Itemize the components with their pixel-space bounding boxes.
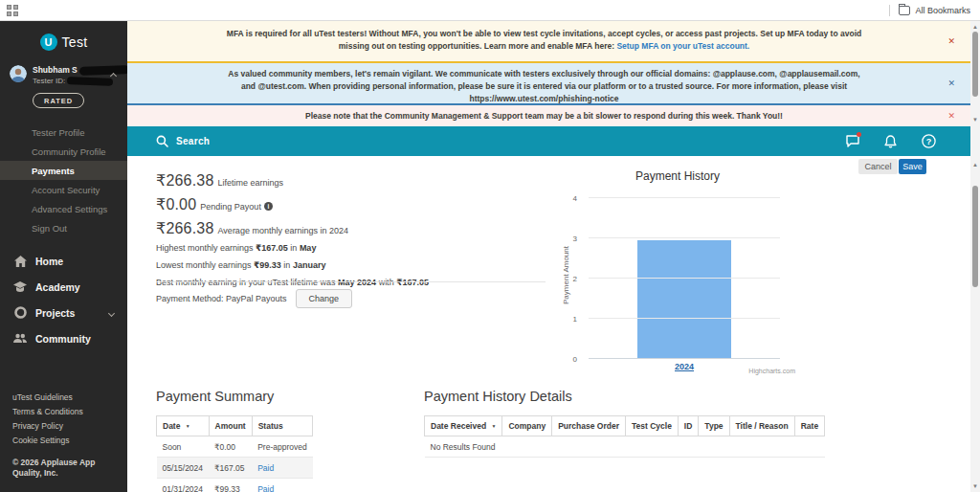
best-earnings-line: Best monthly earning in your uTest lifet… xyxy=(156,278,429,287)
chart-plot-area xyxy=(589,198,780,359)
highcharts-credit-link[interactable]: Highcharts.com xyxy=(748,368,795,374)
highest-earnings-line: Highest monthly earnings ₹167.05 in May xyxy=(156,243,429,253)
details-header-company[interactable]: Company xyxy=(502,416,552,436)
scroll-up-icon[interactable]: ▲ xyxy=(970,161,980,168)
apps-grid-icon[interactable] xyxy=(7,5,19,17)
cancel-button[interactable]: Cancel xyxy=(858,159,898,174)
summary-status: Pre-approved xyxy=(252,436,313,458)
topbar: Search ? xyxy=(127,126,970,156)
copyright-text: © 2026 Applause App Quality, Inc. xyxy=(12,458,118,479)
support-notice-banner: Please note that the Community Managemen… xyxy=(127,105,970,126)
sidebar-item-projects[interactable]: Projects xyxy=(0,300,127,325)
sidebar-item-account-security[interactable]: Account Security xyxy=(0,180,127,199)
summary-date: 05/15/2024 xyxy=(157,458,210,479)
sidebar-item-community-profile[interactable]: Community Profile xyxy=(0,142,127,161)
lifetime-earnings-amount: ₹266.38 xyxy=(156,172,214,189)
search-input[interactable]: Search xyxy=(156,135,210,147)
close-icon[interactable]: ✕ xyxy=(947,37,955,46)
details-header-purchase-order[interactable]: Purchase Order xyxy=(552,416,626,436)
sidebar-item-academy[interactable]: Academy xyxy=(0,274,127,300)
info-icon[interactable]: i xyxy=(264,202,273,211)
sidebar-item-payments[interactable]: Payments xyxy=(0,161,127,180)
details-header-id[interactable]: ID xyxy=(678,416,699,436)
utest-logo-text: Test xyxy=(62,34,88,50)
bell-icon[interactable] xyxy=(883,134,898,148)
close-icon[interactable]: ✕ xyxy=(947,79,955,88)
scroll-down-icon[interactable]: ▼ xyxy=(970,482,980,490)
pending-payout-amount: ₹0.00 xyxy=(156,196,196,212)
scrollbar-thumb[interactable] xyxy=(972,32,978,97)
chart-y-tick-label: 3 xyxy=(573,235,577,243)
payment-history-details-title: Payment History Details xyxy=(424,389,825,404)
summary-header-amount[interactable]: Amount xyxy=(209,416,252,436)
save-button[interactable]: Save xyxy=(899,159,926,174)
scroll-up-icon[interactable]: ▲ xyxy=(970,23,980,31)
all-bookmarks-button[interactable]: All Bookmarks xyxy=(915,6,970,15)
summary-status-paid-link[interactable]: Paid xyxy=(252,458,313,479)
details-header-rate[interactable]: Rate xyxy=(794,416,824,436)
redacted-name-scribble xyxy=(79,65,127,76)
main-content: Cancel Save ₹266.38Lifetime earnings ₹0.… xyxy=(127,156,970,492)
messages-icon[interactable] xyxy=(845,134,859,148)
folder-icon xyxy=(899,6,910,15)
sidebar-item-advanced-settings[interactable]: Advanced Settings xyxy=(0,199,127,218)
chart-category-link[interactable]: 2024 xyxy=(675,362,694,371)
summary-header-date[interactable]: Date ▼ xyxy=(157,416,210,436)
help-icon[interactable]: ? xyxy=(922,134,936,148)
details-header-date-received[interactable]: Date Received ▼ xyxy=(425,416,502,436)
details-header-type[interactable]: Type xyxy=(699,416,729,436)
tester-id-label: Tester ID: xyxy=(33,77,65,85)
summary-header-status[interactable]: Status xyxy=(252,416,313,436)
details-header-test-cycle[interactable]: Test Cycle xyxy=(625,416,678,436)
close-icon[interactable]: ✕ xyxy=(947,112,955,121)
table-row: No Results Found xyxy=(425,436,825,458)
table-row: 05/15/2024 ₹167.05 Paid xyxy=(157,458,313,479)
sidebar-item-tester-profile[interactable]: Tester Profile xyxy=(0,123,127,142)
details-header-title-reason[interactable]: Title / Reason xyxy=(729,416,794,436)
chart-y-tick-label: 0 xyxy=(573,355,577,364)
projects-icon xyxy=(13,306,27,319)
chart-y-tick-label: 4 xyxy=(573,194,577,203)
link-privacy-policy[interactable]: Privacy Policy xyxy=(12,421,118,431)
link-terms-conditions[interactable]: Terms & Conditions xyxy=(12,407,118,416)
main-nav: Home Academy Projects Community xyxy=(0,248,127,351)
phishing-banner-text: As valued community members, let's remai… xyxy=(228,69,859,103)
user-profile-row[interactable]: Shubham S Tester ID: xyxy=(0,51,127,86)
payment-method-label: Payment Method: PayPal Payouts xyxy=(156,294,287,303)
pending-payout-label: Pending Payout xyxy=(200,202,261,212)
payment-history-chart: Payment History Payment Amount 01234 202… xyxy=(558,169,797,388)
sidebar-item-home[interactable]: Home xyxy=(0,248,127,274)
summary-date: Soon xyxy=(157,436,210,458)
average-earnings-amount: ₹266.38 xyxy=(156,220,214,236)
summary-date: 01/31/2024 xyxy=(157,479,210,492)
table-row: 01/31/2024 ₹99.33 Paid xyxy=(157,479,313,492)
mfa-banner: MFA is required for all uTest testers! W… xyxy=(127,21,970,63)
sidebar-item-sign-out[interactable]: Sign Out xyxy=(0,218,127,237)
change-payment-method-button[interactable]: Change xyxy=(296,289,353,308)
chart-y-tick-label: 2 xyxy=(573,275,577,283)
avatar xyxy=(10,65,27,82)
sort-arrow-icon: ▼ xyxy=(492,423,497,429)
chart-gridline xyxy=(589,197,780,198)
no-results-text: No Results Found xyxy=(425,436,825,458)
chart-bar[interactable] xyxy=(637,240,731,359)
payment-summary-title: Payment Summary xyxy=(156,389,313,404)
payment-summary-section: Payment Summary Date ▼ Amount Status Soo… xyxy=(156,389,313,492)
mfa-setup-link[interactable]: Setup MFA on your uTest account. xyxy=(616,41,749,51)
scrollbar[interactable]: ▲ ▼ ▲ ▼ xyxy=(970,21,980,492)
scroll-down-icon[interactable]: ▼ xyxy=(970,116,980,123)
utest-logo[interactable]: U Test xyxy=(0,21,127,51)
lifetime-earnings-label: Lifetime earnings xyxy=(218,178,284,188)
summary-status-paid-link[interactable]: Paid xyxy=(252,479,313,492)
browser-bookmarks-bar: All Bookmarks xyxy=(0,0,980,21)
academy-icon xyxy=(13,280,27,293)
link-cookie-settings[interactable]: Cookie Settings xyxy=(12,436,118,445)
link-utest-guidelines[interactable]: uTest Guidelines xyxy=(12,392,118,402)
support-notice-text: Please note that the Community Managemen… xyxy=(305,111,783,121)
payment-history-details-section: Payment History Details Date Received ▼ … xyxy=(424,389,825,458)
scrollbar-thumb[interactable] xyxy=(972,186,978,287)
search-placeholder-text: Search xyxy=(176,136,210,146)
chart-gridline xyxy=(589,237,780,238)
sidebar-item-community[interactable]: Community xyxy=(0,325,127,351)
payment-summary-table: Date ▼ Amount Status Soon ₹0.00 Pre-appr… xyxy=(156,415,313,492)
